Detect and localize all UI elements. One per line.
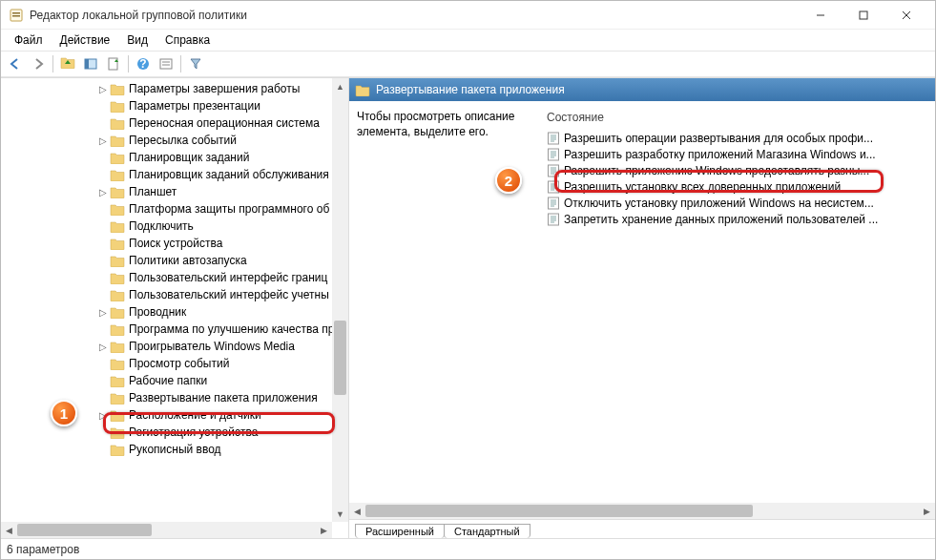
column-state-header[interactable]: Состояние bbox=[543, 109, 927, 126]
policy-item[interactable]: Разрешить операции развертывания для осо… bbox=[543, 130, 927, 146]
tree-item[interactable]: Планировщик заданий bbox=[1, 149, 348, 166]
tree-item[interactable]: ▷Пересылка событий bbox=[1, 132, 348, 149]
tree-item-label: Политики автозапуска bbox=[129, 254, 247, 267]
expander-icon[interactable]: ▷ bbox=[96, 84, 110, 94]
show-hide-button[interactable] bbox=[80, 53, 101, 74]
svg-rect-9 bbox=[860, 11, 867, 19]
close-button[interactable] bbox=[884, 2, 927, 29]
scroll-thumb[interactable] bbox=[334, 321, 346, 395]
expander-icon[interactable]: ▷ bbox=[96, 342, 110, 352]
tree-vscrollbar[interactable]: ▲ ▼ bbox=[332, 78, 348, 522]
tree-item[interactable]: Программа по улучшению качества пр bbox=[1, 321, 348, 338]
tree-item-label: Переносная операционная система bbox=[129, 116, 320, 130]
maximize-button[interactable] bbox=[842, 2, 884, 29]
toolbar: ? bbox=[1, 51, 935, 77]
tree-item[interactable]: Планировщик заданий обслуживания bbox=[1, 166, 348, 183]
scroll-right-icon[interactable]: ▶ bbox=[919, 503, 935, 519]
menu-help[interactable]: Справка bbox=[157, 31, 218, 49]
tree-pane: ▷Параметры завершения работыПараметры пр… bbox=[1, 78, 349, 538]
policy-setting-icon bbox=[547, 148, 560, 161]
forward-button[interactable] bbox=[28, 53, 49, 74]
tree-item[interactable]: Поиск устройства bbox=[1, 235, 348, 252]
folder-icon bbox=[110, 169, 125, 181]
filter-button[interactable] bbox=[185, 53, 206, 74]
policy-item[interactable]: Разрешить приложению Windows предоставля… bbox=[543, 162, 927, 178]
tree-item[interactable]: Развертывание пакета приложения bbox=[1, 389, 348, 406]
tree-item-label: Пересылка событий bbox=[129, 134, 237, 147]
expander-icon[interactable]: ▷ bbox=[96, 187, 110, 197]
up-button[interactable] bbox=[57, 53, 78, 74]
folder-icon bbox=[110, 426, 125, 439]
tree-item-label: Просмотр событий bbox=[129, 357, 229, 370]
policy-setting-icon bbox=[547, 197, 560, 210]
policy-item[interactable]: Запретить хранение данных приложений пол… bbox=[543, 211, 927, 227]
content-area: ▷Параметры завершения работыПараметры пр… bbox=[1, 77, 935, 538]
tree-item[interactable]: ▷Расположение и датчики bbox=[1, 406, 348, 424]
scroll-thumb[interactable] bbox=[17, 524, 152, 536]
folder-icon bbox=[355, 84, 370, 96]
tree-item[interactable]: Переносная операционная система bbox=[1, 114, 348, 132]
scroll-left-icon[interactable]: ◀ bbox=[349, 503, 365, 519]
tree-item[interactable]: Платформа защиты программного об bbox=[1, 200, 348, 218]
tree-item[interactable]: Просмотр событий bbox=[1, 355, 348, 372]
tree-item-label: Планировщик заданий обслуживания bbox=[129, 168, 329, 181]
titlebar: Редактор локальной групповой политики bbox=[1, 1, 935, 30]
scroll-down-icon[interactable]: ▼ bbox=[332, 506, 348, 522]
tree-item[interactable]: Политики автозапуска bbox=[1, 252, 348, 269]
tree-item[interactable]: Пользовательский интерфейс учетны bbox=[1, 286, 348, 303]
tree-item-label: Рукописный ввод bbox=[129, 443, 221, 456]
folder-icon bbox=[110, 409, 125, 422]
folder-icon bbox=[110, 186, 125, 198]
tree-item-label: Поиск устройства bbox=[129, 237, 222, 250]
tree-item[interactable]: ▷Проигрыватель Windows Media bbox=[1, 338, 348, 355]
back-button[interactable] bbox=[5, 53, 26, 74]
folder-icon bbox=[110, 323, 125, 336]
scroll-thumb[interactable] bbox=[365, 505, 753, 517]
scroll-right-icon[interactable]: ▶ bbox=[316, 522, 332, 538]
export-button[interactable] bbox=[103, 53, 124, 74]
tree-item[interactable]: ▷Проводник bbox=[1, 303, 348, 321]
tree-item[interactable]: Рукописный ввод bbox=[1, 441, 348, 458]
policy-setting-icon bbox=[547, 180, 560, 194]
menu-file[interactable]: Файл bbox=[7, 31, 51, 49]
policy-item[interactable]: Разрешить установку всех доверенных прил… bbox=[543, 178, 927, 195]
tree-item-label: Развертывание пакета приложения bbox=[129, 391, 318, 404]
tree-hscrollbar[interactable]: ◀ ▶ bbox=[1, 522, 332, 538]
tree-item-label: Проигрыватель Windows Media bbox=[129, 340, 295, 353]
folder-icon bbox=[110, 289, 125, 301]
folder-icon bbox=[110, 117, 125, 130]
expander-icon[interactable]: ▷ bbox=[96, 135, 110, 146]
details-hscrollbar[interactable]: ◀ ▶ bbox=[349, 503, 935, 519]
tree-item[interactable]: Подключить bbox=[1, 218, 348, 235]
status-text: 6 параметров bbox=[7, 543, 79, 556]
menu-action[interactable]: Действие bbox=[52, 31, 118, 49]
scroll-left-icon[interactable]: ◀ bbox=[1, 522, 17, 538]
tree-item[interactable]: Пользовательский интерфейс границ bbox=[1, 269, 348, 286]
details-list-area: Состояние Разрешить операции развертыван… bbox=[543, 109, 927, 511]
tree-item[interactable]: Параметры презентации bbox=[1, 97, 348, 114]
minimize-button[interactable] bbox=[799, 2, 842, 29]
details-header: Развертывание пакета приложения bbox=[349, 78, 935, 101]
toolbar-separator bbox=[52, 55, 53, 73]
menu-view[interactable]: Вид bbox=[119, 31, 156, 49]
folder-icon bbox=[110, 100, 125, 113]
policy-item-label: Разрешить операции развертывания для осо… bbox=[564, 132, 873, 145]
properties-button[interactable] bbox=[156, 53, 177, 74]
policy-item-label: Разрешить разработку приложений Магазина… bbox=[564, 148, 876, 161]
expander-icon[interactable]: ▷ bbox=[96, 307, 110, 318]
tabs: Расширенный Стандартный bbox=[349, 519, 935, 538]
folder-icon bbox=[110, 444, 125, 456]
policy-item[interactable]: Отключить установку приложений Windows н… bbox=[543, 195, 927, 211]
tree-item-label: Параметры завершения работы bbox=[129, 82, 300, 95]
tab-standard[interactable]: Стандартный bbox=[444, 524, 530, 538]
tree-item[interactable]: ▷Планшет bbox=[1, 183, 348, 200]
tree-item[interactable]: ▷Параметры завершения работы bbox=[1, 80, 348, 97]
tree-item[interactable]: Регистрация устройства bbox=[1, 424, 348, 441]
expander-icon[interactable]: ▷ bbox=[96, 410, 110, 421]
tree-item[interactable]: Рабочие папки bbox=[1, 372, 348, 389]
help-button[interactable]: ? bbox=[133, 53, 154, 74]
tab-extended[interactable]: Расширенный bbox=[355, 524, 445, 538]
policy-item[interactable]: Разрешить разработку приложений Магазина… bbox=[543, 146, 927, 162]
folder-icon bbox=[110, 306, 125, 319]
scroll-up-icon[interactable]: ▲ bbox=[332, 78, 348, 94]
